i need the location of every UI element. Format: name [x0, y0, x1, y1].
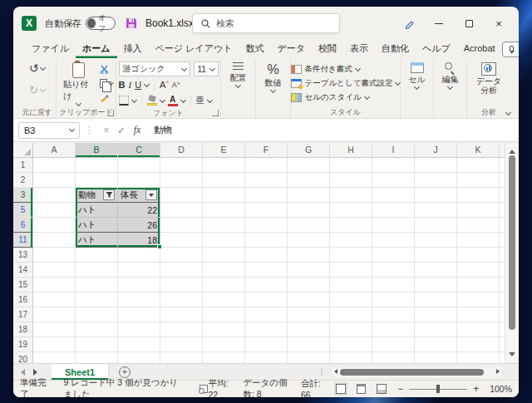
zoom-slider-thumb[interactable] — [436, 385, 440, 393]
cell-C20[interactable] — [118, 352, 160, 363]
cell-F14[interactable] — [245, 263, 288, 278]
cell-A5[interactable] — [33, 203, 76, 218]
ribbon-tab-home[interactable]: ホーム — [76, 41, 117, 58]
cell-J14[interactable] — [415, 263, 457, 278]
cell-G13[interactable] — [288, 248, 330, 263]
cell-J20[interactable] — [415, 352, 457, 363]
ribbon-tab-formulas[interactable]: 数式 — [239, 41, 270, 58]
cells-group[interactable]: セル — [401, 60, 434, 118]
cell-D14[interactable] — [160, 263, 203, 278]
format-as-table-button[interactable]: テーブルとして書式設定 — [291, 76, 401, 91]
cell-D3[interactable] — [160, 188, 203, 203]
cell-E15[interactable] — [203, 278, 245, 292]
scroll-right-icon[interactable] — [496, 369, 502, 374]
cell-K3[interactable] — [457, 188, 500, 203]
cell-G5[interactable] — [288, 203, 330, 218]
fill-color-icon[interactable] — [147, 96, 157, 106]
row-header-1[interactable]: 1 — [13, 158, 33, 173]
filter-dropdown-button[interactable] — [145, 189, 157, 200]
cell-I19[interactable] — [372, 337, 415, 352]
editing-button[interactable]: 編集 — [438, 61, 463, 91]
column-header-I[interactable]: I — [372, 143, 415, 158]
cell-G18[interactable] — [288, 322, 330, 337]
scroll-up-icon[interactable] — [509, 146, 515, 154]
cell-D16[interactable] — [160, 292, 203, 307]
cell-I15[interactable] — [372, 278, 415, 292]
cell-F16[interactable] — [245, 292, 288, 307]
number-group[interactable]: % 数値 — [256, 60, 291, 118]
cell-E17[interactable] — [203, 307, 245, 322]
cell-E19[interactable] — [203, 337, 245, 352]
autosave-toggle[interactable]: オフ — [86, 17, 116, 30]
ribbon-tab-help[interactable]: ヘルプ — [416, 41, 457, 58]
scroll-down-icon[interactable] — [509, 352, 515, 360]
cell-F5[interactable] — [245, 203, 288, 218]
cell-H17[interactable] — [330, 307, 372, 322]
cell-K14[interactable] — [457, 263, 500, 278]
row-header-14[interactable]: 14 — [13, 263, 33, 278]
cell-K17[interactable] — [457, 307, 500, 322]
chevron-down-icon[interactable] — [159, 96, 165, 102]
shrink-font-button[interactable]: A˅ — [172, 81, 180, 89]
ribbon-tab-page-layout[interactable]: ページ レイアウト — [149, 41, 239, 58]
cell-D15[interactable] — [160, 278, 203, 292]
grow-font-button[interactable]: A^ — [160, 80, 169, 90]
ribbon-tab-view[interactable]: 表示 — [343, 41, 375, 58]
scroll-left-icon[interactable] — [332, 369, 337, 374]
cell-A16[interactable] — [33, 292, 76, 307]
cell-K2[interactable] — [457, 173, 500, 188]
name-box[interactable]: B3 — [18, 122, 80, 139]
cancel-icon[interactable]: × — [99, 125, 114, 136]
font-color-icon[interactable]: A — [168, 96, 178, 106]
page-break-view-button[interactable] — [377, 384, 387, 394]
cut-button[interactable] — [100, 63, 113, 75]
font-dialog-launcher[interactable] — [212, 110, 219, 116]
cell-G3[interactable] — [288, 188, 330, 203]
cell-C2[interactable] — [118, 173, 160, 188]
chevron-down-icon[interactable] — [180, 96, 185, 102]
cell-E14[interactable] — [203, 263, 245, 278]
bold-button[interactable]: B — [119, 80, 126, 90]
cell-H5[interactable] — [330, 203, 372, 218]
cell-F11[interactable] — [245, 233, 288, 248]
cell-I16[interactable] — [372, 292, 415, 307]
macro-record-icon[interactable] — [200, 385, 209, 393]
cell-J16[interactable] — [415, 292, 457, 307]
cell-H18[interactable] — [330, 322, 372, 337]
editing-group[interactable]: 編集 — [434, 60, 467, 118]
cell-D18[interactable] — [160, 322, 203, 337]
row-header-19[interactable]: 19 — [13, 337, 33, 352]
horizontal-scroll-thumb[interactable] — [340, 369, 484, 376]
cell-H19[interactable] — [330, 337, 372, 352]
column-header-C[interactable]: C — [118, 143, 160, 158]
italic-button[interactable]: I — [128, 80, 131, 90]
column-header-A[interactable]: A — [33, 143, 76, 158]
maximize-button[interactable] — [457, 12, 480, 34]
cell-A11[interactable] — [33, 233, 76, 248]
copy-button[interactable] — [100, 77, 113, 89]
cell-K13[interactable] — [457, 248, 500, 263]
row-header-13[interactable]: 13 — [13, 248, 33, 263]
cell-D5[interactable] — [160, 203, 203, 218]
cell-I18[interactable] — [372, 322, 415, 337]
underline-button[interactable]: U — [135, 80, 141, 90]
cell-G19[interactable] — [288, 337, 330, 352]
redo-button[interactable]: ↻ — [29, 84, 46, 96]
cell-H15[interactable] — [330, 278, 372, 292]
cells-button[interactable]: セル — [404, 61, 429, 91]
cell-A14[interactable] — [33, 263, 76, 278]
cell-A6[interactable] — [33, 218, 76, 233]
cell-I1[interactable] — [372, 158, 415, 173]
cell-C19[interactable] — [118, 337, 160, 352]
cell-I20[interactable] — [372, 352, 415, 363]
row-header-6[interactable]: 6 — [13, 218, 33, 233]
cell-K1[interactable] — [457, 158, 500, 173]
cell-B15[interactable] — [76, 278, 118, 292]
cell-C6[interactable]: 26 — [118, 218, 160, 233]
cell-G1[interactable] — [288, 158, 330, 173]
cell-A20[interactable] — [33, 352, 76, 363]
cell-E3[interactable] — [203, 188, 245, 203]
cell-G20[interactable] — [288, 352, 330, 363]
comments-button[interactable]: コメント — [502, 42, 519, 57]
cell-A2[interactable] — [33, 173, 76, 188]
